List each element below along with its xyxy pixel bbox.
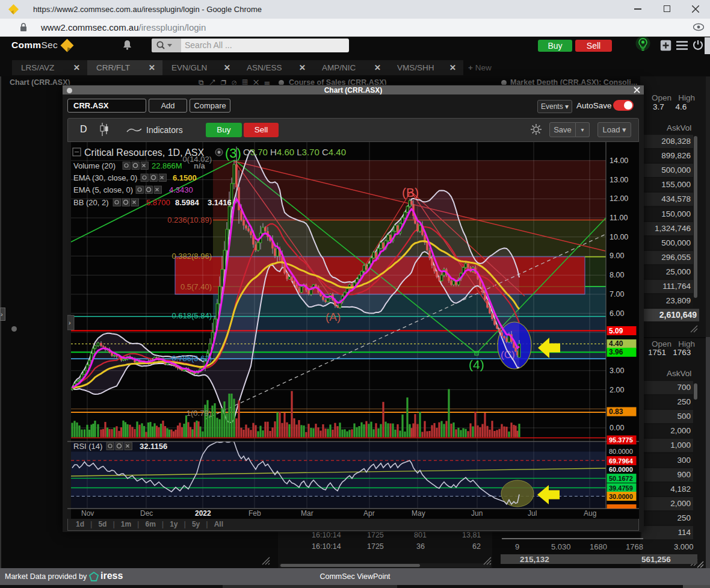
svg-text:3.00: 3.00 bbox=[610, 367, 624, 375]
svg-text:(B): (B) bbox=[402, 185, 419, 199]
svg-text:50.1672: 50.1672 bbox=[609, 475, 633, 482]
svg-text:80.0000: 80.0000 bbox=[609, 448, 633, 455]
svg-text:Aug: Aug bbox=[584, 509, 596, 518]
svg-text:Apr: Apr bbox=[363, 509, 375, 518]
svg-text:0.236(10.89): 0.236(10.89) bbox=[167, 215, 212, 224]
svg-text:Critical Resources, 1D, ASX: Critical Resources, 1D, ASX bbox=[84, 147, 205, 158]
svg-text:3.96: 3.96 bbox=[609, 348, 623, 356]
svg-text:4.3430: 4.3430 bbox=[169, 185, 193, 194]
svg-text:0.618(5.84): 0.618(5.84) bbox=[172, 311, 212, 320]
svg-text:0.83: 0.83 bbox=[609, 407, 623, 416]
svg-text:O3.70 H4.60 L3.70 C4.40: O3.70 H4.60 L3.70 C4.40 bbox=[243, 147, 346, 157]
svg-text:14.00: 14.00 bbox=[610, 156, 628, 165]
svg-text:32.1156: 32.1156 bbox=[140, 442, 167, 451]
svg-text:›: › bbox=[69, 319, 71, 326]
svg-text:9.00: 9.00 bbox=[610, 252, 624, 260]
svg-text:13.00: 13.00 bbox=[610, 176, 628, 184]
svg-text:69.7964: 69.7964 bbox=[609, 457, 634, 465]
svg-text:0.5(7.40): 0.5(7.40) bbox=[181, 282, 212, 291]
svg-text:Jun: Jun bbox=[471, 509, 483, 518]
svg-text:2.00: 2.00 bbox=[610, 386, 624, 394]
svg-text:8.00: 8.00 bbox=[610, 271, 624, 279]
svg-text:22.866M: 22.866M bbox=[152, 161, 182, 170]
svg-text:4.40: 4.40 bbox=[609, 339, 623, 348]
svg-text:8.5984: 8.5984 bbox=[175, 198, 200, 207]
svg-text:6.1500: 6.1500 bbox=[173, 173, 197, 182]
svg-text:Mar: Mar bbox=[301, 509, 313, 518]
svg-text:30.0000: 30.0000 bbox=[609, 493, 633, 500]
svg-text:1(0.79): 1(0.79) bbox=[187, 409, 211, 418]
svg-text:95.3775: 95.3775 bbox=[609, 436, 633, 444]
svg-text:3.1416: 3.1416 bbox=[208, 198, 232, 207]
svg-text:RSI (14): RSI (14) bbox=[73, 442, 102, 451]
svg-text:12.00: 12.00 bbox=[610, 194, 628, 203]
svg-text:0.00: 0.00 bbox=[610, 424, 624, 432]
svg-text:5.8700: 5.8700 bbox=[146, 198, 170, 207]
svg-text:Nov: Nov bbox=[81, 509, 94, 518]
svg-text:0.382(8.96): 0.382(8.96) bbox=[172, 252, 212, 261]
svg-text:39.4759: 39.4759 bbox=[609, 484, 633, 492]
svg-text:EMA (30, close, 0): EMA (30, close, 0) bbox=[73, 173, 137, 182]
svg-text:Jul: Jul bbox=[528, 509, 537, 518]
svg-text:n/a: n/a bbox=[194, 161, 206, 170]
svg-text:Volume (20): Volume (20) bbox=[73, 161, 116, 170]
svg-text:6.00: 6.00 bbox=[610, 309, 624, 318]
svg-text:EMA (5, close, 0): EMA (5, close, 0) bbox=[73, 185, 133, 194]
svg-text:(3): (3) bbox=[225, 146, 241, 161]
svg-text:Dec: Dec bbox=[140, 509, 153, 518]
svg-text:0.786(3.62): 0.786(3.62) bbox=[172, 354, 212, 363]
svg-text:BB (20, 2): BB (20, 2) bbox=[73, 198, 109, 207]
svg-text:7.00: 7.00 bbox=[610, 290, 624, 299]
svg-text:10.00: 10.00 bbox=[610, 233, 628, 241]
svg-text:Feb: Feb bbox=[248, 509, 261, 518]
svg-text:2022: 2022 bbox=[195, 509, 211, 518]
svg-text:May: May bbox=[412, 509, 425, 518]
svg-text:60.0000: 60.0000 bbox=[609, 466, 633, 473]
svg-text:(4): (4) bbox=[469, 357, 484, 371]
svg-text:5.09: 5.09 bbox=[609, 327, 623, 335]
svg-text:(A): (A) bbox=[326, 311, 341, 323]
svg-text:11.00: 11.00 bbox=[610, 214, 628, 222]
